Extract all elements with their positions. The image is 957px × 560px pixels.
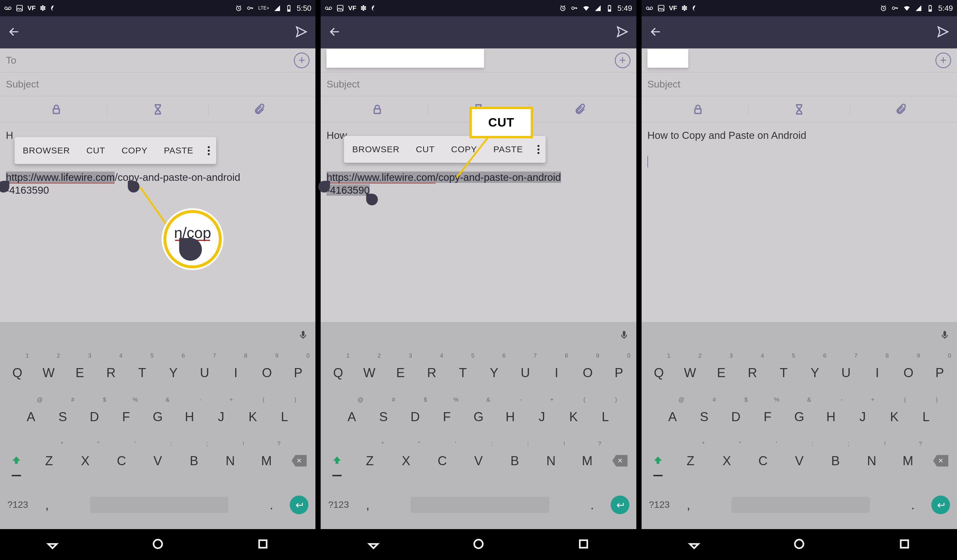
key-o[interactable]: O9 <box>251 350 283 394</box>
backspace-key[interactable]: ✕ <box>926 439 955 483</box>
nav-back[interactable] <box>46 538 59 552</box>
space-key[interactable] <box>702 497 900 513</box>
key-h[interactable]: H- <box>494 394 526 439</box>
ctx-cut[interactable]: CUT <box>78 145 114 156</box>
key-y[interactable]: Y6 <box>158 350 189 394</box>
key-t[interactable]: T5 <box>447 350 478 394</box>
backspace-key[interactable]: ✕ <box>605 439 635 483</box>
key-x[interactable]: X" <box>709 439 745 483</box>
send-button[interactable] <box>936 25 949 39</box>
nav-home[interactable] <box>472 538 485 552</box>
send-button[interactable] <box>295 25 308 39</box>
shift-key[interactable] <box>643 439 673 483</box>
key-u[interactable]: U7 <box>510 350 541 394</box>
lock-button[interactable] <box>327 103 428 115</box>
lock-button[interactable] <box>647 103 749 115</box>
key-a[interactable]: A@ <box>336 394 368 439</box>
back-button[interactable] <box>8 25 21 39</box>
to-field-row[interactable]: To + <box>0 49 316 73</box>
comma-key[interactable]: , <box>354 498 381 512</box>
mic-button[interactable] <box>940 330 950 341</box>
symbols-key[interactable]: ?123 <box>2 499 34 510</box>
to-field-row[interactable]: + <box>641 49 957 73</box>
key-k[interactable]: K( <box>557 394 589 439</box>
key-r[interactable]: R4 <box>95 350 126 394</box>
key-q[interactable]: Q1 <box>2 350 33 394</box>
add-recipient-button[interactable]: + <box>294 52 310 68</box>
add-recipient-button[interactable]: + <box>935 52 951 68</box>
timer-button[interactable] <box>749 103 850 115</box>
ctx-browser[interactable]: BROWSER <box>344 144 407 155</box>
back-button[interactable] <box>328 25 341 39</box>
key-l[interactable]: L) <box>589 394 621 439</box>
key-j[interactable]: J+ <box>526 394 558 439</box>
ctx-overflow[interactable] <box>531 145 546 154</box>
key-g[interactable]: G& <box>783 394 815 439</box>
key-x[interactable]: X" <box>388 439 424 483</box>
key-v[interactable]: V: <box>460 439 497 483</box>
key-m[interactable]: M? <box>248 439 284 483</box>
key-z[interactable]: Z* <box>673 439 709 483</box>
key-s[interactable]: S# <box>368 394 400 439</box>
send-button[interactable] <box>616 25 629 39</box>
key-o[interactable]: O9 <box>572 350 603 394</box>
key-q[interactable]: Q1 <box>322 350 354 394</box>
key-q[interactable]: Q1 <box>643 350 674 394</box>
key-c[interactable]: C' <box>103 439 139 483</box>
comma-key[interactable]: , <box>676 498 702 512</box>
nav-recents[interactable] <box>577 538 590 552</box>
nav-back[interactable] <box>688 538 701 552</box>
period-key[interactable]: . <box>258 498 284 512</box>
key-d[interactable]: D$ <box>720 394 752 439</box>
key-r[interactable]: R4 <box>737 350 768 394</box>
key-p[interactable]: P0 <box>283 350 314 394</box>
key-l[interactable]: L) <box>910 394 942 439</box>
key-a[interactable]: A@ <box>657 394 689 439</box>
shift-key[interactable] <box>322 439 352 483</box>
nav-recents[interactable] <box>898 538 911 552</box>
key-g[interactable]: G& <box>463 394 494 439</box>
nav-home[interactable] <box>793 538 805 552</box>
attachment-button[interactable] <box>850 103 951 115</box>
key-w[interactable]: W2 <box>354 350 385 394</box>
back-button[interactable] <box>649 25 662 39</box>
key-j[interactable]: J+ <box>847 394 878 439</box>
key-x[interactable]: X" <box>67 439 103 483</box>
key-b[interactable]: B; <box>817 439 853 483</box>
subject-field-row[interactable]: Subject <box>641 73 957 96</box>
key-i[interactable]: I8 <box>220 350 251 394</box>
period-key[interactable]: . <box>579 498 605 512</box>
comma-key[interactable]: , <box>34 498 60 512</box>
space-key[interactable] <box>60 497 258 513</box>
key-u[interactable]: U7 <box>831 350 862 394</box>
key-b[interactable]: B; <box>497 439 533 483</box>
symbols-key[interactable]: ?123 <box>322 499 354 510</box>
key-h[interactable]: H- <box>174 394 205 439</box>
key-p[interactable]: P0 <box>603 350 635 394</box>
ctx-paste[interactable]: PASTE <box>156 145 202 156</box>
mic-button[interactable] <box>619 330 629 341</box>
key-p[interactable]: P0 <box>924 350 955 394</box>
key-d[interactable]: D$ <box>79 394 110 439</box>
key-f[interactable]: F% <box>752 394 783 439</box>
nav-back[interactable] <box>367 538 380 552</box>
key-t[interactable]: T5 <box>126 350 158 394</box>
enter-key[interactable] <box>605 495 635 514</box>
key-s[interactable]: S# <box>47 394 79 439</box>
key-c[interactable]: C' <box>424 439 460 483</box>
message-body[interactable]: H BROWSER CUT COPY PASTE https://www.lif… <box>0 123 316 322</box>
symbols-key[interactable]: ?123 <box>643 499 676 510</box>
message-body[interactable]: How to Copy and Paste on Android <box>641 123 957 322</box>
shift-key[interactable] <box>2 439 31 483</box>
mic-button[interactable] <box>298 330 308 341</box>
key-k[interactable]: K( <box>237 394 269 439</box>
selection-handle-end[interactable] <box>366 194 378 205</box>
key-r[interactable]: R4 <box>416 350 447 394</box>
period-key[interactable]: . <box>900 498 926 512</box>
attachment-button[interactable] <box>208 103 310 115</box>
key-z[interactable]: Z* <box>31 439 67 483</box>
ctx-paste[interactable]: PASTE <box>485 144 531 155</box>
key-n[interactable]: N! <box>212 439 248 483</box>
key-b[interactable]: B; <box>176 439 212 483</box>
lock-button[interactable] <box>6 103 107 115</box>
